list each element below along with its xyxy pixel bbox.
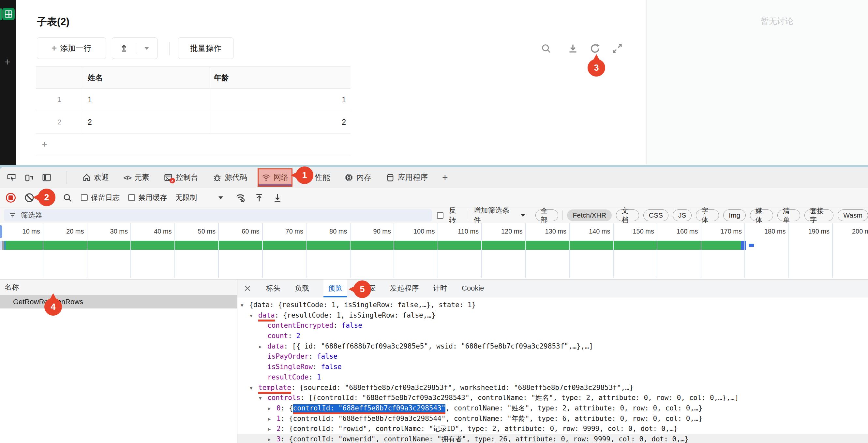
filter-pill-JS[interactable]: JS [673,209,692,221]
expand-arrow-icon[interactable]: ▼ [241,300,249,311]
expand-arrow-icon[interactable]: ▶ [259,342,268,352]
json-tree-line[interactable]: ▼controls: [{controlId: "688eff5e8b7cf09… [237,393,868,403]
json-text: : [308,373,317,381]
expand-arrow-icon[interactable]: ▼ [250,311,258,321]
detail-tab-2[interactable]: 预览5 [323,279,347,297]
refresh-icon[interactable] [589,43,601,55]
rail-add-icon[interactable]: + [4,56,10,68]
invert-filter-checkbox[interactable] [437,212,443,219]
json-text: {data: {resultCode: 1, isSingleRow: fals… [249,301,476,309]
request-row-selected[interactable]: GetRowRelationRows [0,295,237,308]
json-tree-line[interactable]: ▶1: {controlId: "688eff5e8b7cf09a3c29854… [237,414,868,424]
devtools-tab-2[interactable]: x控制台 [164,167,198,188]
json-tree-line[interactable]: ▶2: {controlId: "rowid", controlName: "记… [237,424,868,434]
add-panel-button[interactable]: + [442,167,448,188]
filter-pill-CSS[interactable]: CSS [643,209,669,221]
filter-pill-媒体[interactable]: 媒体 [750,209,773,221]
timeline-tick-label: 140 ms [567,228,611,235]
devtools-tab-0[interactable]: 欢迎 [82,167,109,188]
devtools-tab-7[interactable]: 应用程序 [386,167,428,188]
app-rail: + [0,0,16,165]
json-tree-line[interactable]: ▼template: {sourceId: "688eff5e8b7cf09a3… [237,383,868,393]
expand-arrow-icon[interactable]: ▼ [250,383,258,394]
json-tree-line[interactable]: isPayOrder: false [237,351,868,362]
record-network-log-button[interactable] [6,193,16,203]
column-header-age[interactable]: 年龄 [209,67,350,88]
dock-side-icon[interactable] [42,173,52,182]
chevron-down-icon[interactable] [218,196,224,200]
expand-arrow-icon[interactable]: ▼ [259,393,268,404]
filter-pill-Wasm[interactable]: Wasm [838,209,868,221]
more-filters-button[interactable]: 增加筛选条件 [473,206,515,225]
filter-pill-Fetch/XHR[interactable]: Fetch/XHR [567,209,612,221]
devtools-tab-label: 源代码 [225,172,247,182]
detail-tab-0[interactable]: 标头 [266,279,280,297]
upload-icon[interactable] [112,38,136,59]
bug-icon [213,173,222,182]
table-row[interactable]: 1 1 1 [36,89,350,111]
device-toolbar-icon[interactable] [24,173,34,182]
filter-pill-套接字[interactable]: 套接字 [804,209,833,221]
disable-cache-checkbox[interactable] [128,194,135,201]
json-tree-line[interactable]: isSingleRow: false [237,362,868,372]
json-tree-line[interactable]: ▼{data: {resultCode: 1, isSingleRow: fal… [237,300,868,310]
devtools-tab-4[interactable]: 网络1 [261,167,288,188]
detail-tab-5[interactable]: 计时 [433,279,447,297]
chevron-down-icon[interactable] [520,214,525,217]
download-icon[interactable] [567,43,579,55]
json-text: false [342,321,362,329]
throttling-select[interactable]: 无限制 [176,193,197,203]
expand-icon[interactable] [611,43,623,55]
filter-pill-清单[interactable]: 清单 [777,209,801,221]
cell-age[interactable]: 2 [209,111,350,133]
batch-operations-button[interactable]: 批量操作 [178,37,234,59]
devtools-tab-3[interactable]: 源代码 [213,167,247,188]
network-search-icon[interactable] [63,193,72,203]
request-list-header[interactable]: 名称 [0,279,237,295]
table-row[interactable]: 2 2 2 [36,111,350,134]
column-header-name[interactable]: 姓名 [83,67,209,88]
filter-pill-Img[interactable]: Img [723,209,746,221]
close-icon[interactable] [243,284,252,293]
export-har-icon[interactable] [273,193,282,203]
add-row-button[interactable]: + 添加一行 [37,37,106,59]
import-split-button[interactable] [112,37,157,59]
annotation-badge-1: 1 [296,166,313,184]
import-har-icon[interactable] [254,193,264,203]
detail-tab-1[interactable]: 负载 [295,279,309,297]
import-caret-button[interactable] [136,38,157,59]
preserve-log-checkbox[interactable] [81,194,88,201]
json-tree-line[interactable]: contentEncrypted: false [237,320,868,331]
cell-name[interactable]: 1 [83,89,209,111]
json-tree-line[interactable]: count: 2 [237,331,868,341]
detail-tab-4[interactable]: 发起程序 [390,279,419,297]
json-tree-line[interactable]: ▼data: {resultCode: 1, isSingleRow: fals… [237,310,868,321]
inspect-element-icon[interactable] [6,173,16,182]
timeline-load-marker [749,244,754,247]
json-tree-line[interactable]: resultCode: 1 [237,372,868,383]
worksheet-app-icon[interactable] [2,8,15,20]
cell-age[interactable]: 1 [209,89,350,111]
expand-arrow-icon[interactable]: ▶ [268,414,277,424]
network-conditions-icon[interactable] [235,192,246,203]
devtools-tab-6[interactable]: 内存 [344,167,371,188]
network-filter-row: 筛选器 反转 增加筛选条件 全部Fetch/XHR文档CSSJS字体Img媒体清… [0,207,868,223]
filter-pill-文档[interactable]: 文档 [616,209,639,221]
json-tree-line[interactable]: ▶3: {controlId: "ownerid", controlName: … [237,434,868,443]
network-overview-timeline[interactable]: 10 ms20 ms30 ms40 ms50 ms60 ms70 ms80 ms… [0,223,868,278]
json-tree-line[interactable]: ▶0: {controlId: "688eff5e8b7cf09a3c29854… [237,403,868,414]
preview-json-tree[interactable]: ▼{data: {resultCode: 1, isSingleRow: fal… [237,297,868,443]
expand-arrow-icon[interactable]: ▶ [268,435,277,443]
expand-arrow-icon[interactable]: ▶ [268,404,277,414]
devtools-tab-1[interactable]: </>元素 [124,167,149,188]
filter-pill-字体[interactable]: 字体 [696,209,719,221]
expand-arrow-icon[interactable]: ▶ [268,424,277,435]
filter-pill-全部[interactable]: 全部 [535,209,559,221]
search-icon[interactable] [540,43,552,55]
highlighted-json-text: controlId: "688eff5e8b7cf09a3c298543" [293,404,446,414]
json-tree-line[interactable]: ▶data: [{_id: "688eff688b7cf09a3c2985e5"… [237,341,868,352]
detail-tab-6[interactable]: Cookie [462,279,484,297]
add-row-inline-button[interactable]: + [36,134,350,156]
cell-name[interactable]: 2 [83,111,209,133]
filter-input[interactable]: 筛选器 [4,209,432,222]
